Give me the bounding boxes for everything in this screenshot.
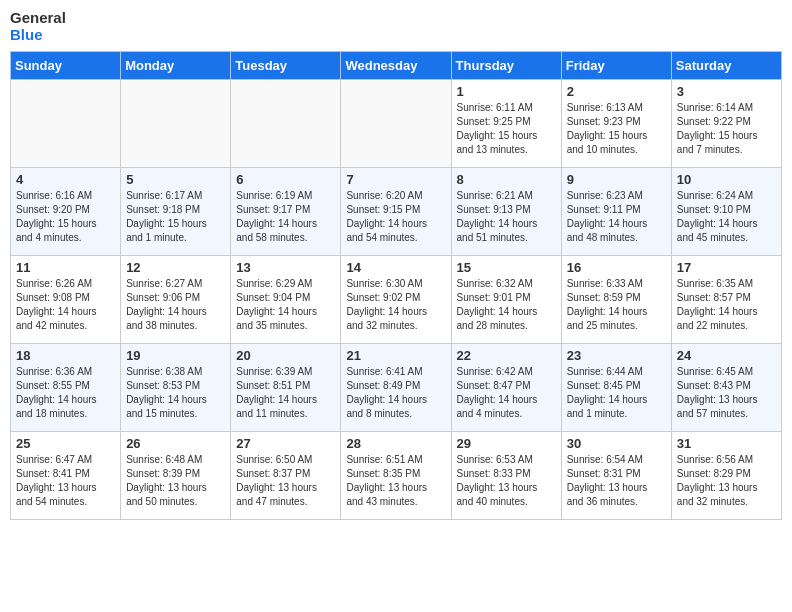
day-info: Sunrise: 6:51 AM Sunset: 8:35 PM Dayligh… [346, 453, 445, 509]
day-info: Sunrise: 6:20 AM Sunset: 9:15 PM Dayligh… [346, 189, 445, 245]
calendar-cell: 5Sunrise: 6:17 AM Sunset: 9:18 PM Daylig… [121, 168, 231, 256]
calendar-cell: 18Sunrise: 6:36 AM Sunset: 8:55 PM Dayli… [11, 344, 121, 432]
day-number: 15 [457, 260, 556, 275]
day-number: 25 [16, 436, 115, 451]
day-info: Sunrise: 6:29 AM Sunset: 9:04 PM Dayligh… [236, 277, 335, 333]
calendar-cell [231, 80, 341, 168]
calendar-cell: 30Sunrise: 6:54 AM Sunset: 8:31 PM Dayli… [561, 432, 671, 520]
day-number: 20 [236, 348, 335, 363]
calendar-cell: 28Sunrise: 6:51 AM Sunset: 8:35 PM Dayli… [341, 432, 451, 520]
day-number: 8 [457, 172, 556, 187]
page-header: General Blue [10, 10, 782, 43]
day-number: 6 [236, 172, 335, 187]
day-number: 26 [126, 436, 225, 451]
calendar-cell: 23Sunrise: 6:44 AM Sunset: 8:45 PM Dayli… [561, 344, 671, 432]
day-info: Sunrise: 6:36 AM Sunset: 8:55 PM Dayligh… [16, 365, 115, 421]
day-number: 16 [567, 260, 666, 275]
calendar-cell: 11Sunrise: 6:26 AM Sunset: 9:08 PM Dayli… [11, 256, 121, 344]
calendar-cell: 16Sunrise: 6:33 AM Sunset: 8:59 PM Dayli… [561, 256, 671, 344]
day-number: 12 [126, 260, 225, 275]
day-number: 7 [346, 172, 445, 187]
day-number: 14 [346, 260, 445, 275]
calendar-cell: 12Sunrise: 6:27 AM Sunset: 9:06 PM Dayli… [121, 256, 231, 344]
day-info: Sunrise: 6:19 AM Sunset: 9:17 PM Dayligh… [236, 189, 335, 245]
day-info: Sunrise: 6:21 AM Sunset: 9:13 PM Dayligh… [457, 189, 556, 245]
day-info: Sunrise: 6:53 AM Sunset: 8:33 PM Dayligh… [457, 453, 556, 509]
calendar-cell: 21Sunrise: 6:41 AM Sunset: 8:49 PM Dayli… [341, 344, 451, 432]
day-number: 13 [236, 260, 335, 275]
day-number: 5 [126, 172, 225, 187]
day-info: Sunrise: 6:14 AM Sunset: 9:22 PM Dayligh… [677, 101, 776, 157]
day-number: 1 [457, 84, 556, 99]
calendar-cell [121, 80, 231, 168]
day-number: 23 [567, 348, 666, 363]
day-number: 28 [346, 436, 445, 451]
calendar-table: SundayMondayTuesdayWednesdayThursdayFrid… [10, 51, 782, 520]
calendar-cell: 3Sunrise: 6:14 AM Sunset: 9:22 PM Daylig… [671, 80, 781, 168]
calendar-cell: 1Sunrise: 6:11 AM Sunset: 9:25 PM Daylig… [451, 80, 561, 168]
day-number: 11 [16, 260, 115, 275]
day-number: 3 [677, 84, 776, 99]
day-info: Sunrise: 6:54 AM Sunset: 8:31 PM Dayligh… [567, 453, 666, 509]
weekday-header: Saturday [671, 52, 781, 80]
day-info: Sunrise: 6:33 AM Sunset: 8:59 PM Dayligh… [567, 277, 666, 333]
day-info: Sunrise: 6:41 AM Sunset: 8:49 PM Dayligh… [346, 365, 445, 421]
day-number: 18 [16, 348, 115, 363]
calendar-cell: 4Sunrise: 6:16 AM Sunset: 9:20 PM Daylig… [11, 168, 121, 256]
day-number: 30 [567, 436, 666, 451]
calendar-cell: 9Sunrise: 6:23 AM Sunset: 9:11 PM Daylig… [561, 168, 671, 256]
calendar-cell: 13Sunrise: 6:29 AM Sunset: 9:04 PM Dayli… [231, 256, 341, 344]
calendar-cell: 24Sunrise: 6:45 AM Sunset: 8:43 PM Dayli… [671, 344, 781, 432]
day-number: 10 [677, 172, 776, 187]
day-info: Sunrise: 6:48 AM Sunset: 8:39 PM Dayligh… [126, 453, 225, 509]
day-number: 31 [677, 436, 776, 451]
calendar-cell: 14Sunrise: 6:30 AM Sunset: 9:02 PM Dayli… [341, 256, 451, 344]
weekday-header: Thursday [451, 52, 561, 80]
day-info: Sunrise: 6:39 AM Sunset: 8:51 PM Dayligh… [236, 365, 335, 421]
day-number: 24 [677, 348, 776, 363]
calendar-cell [341, 80, 451, 168]
logo: General Blue [10, 10, 66, 43]
calendar-cell: 20Sunrise: 6:39 AM Sunset: 8:51 PM Dayli… [231, 344, 341, 432]
day-info: Sunrise: 6:45 AM Sunset: 8:43 PM Dayligh… [677, 365, 776, 421]
weekday-header: Sunday [11, 52, 121, 80]
day-number: 9 [567, 172, 666, 187]
day-info: Sunrise: 6:17 AM Sunset: 9:18 PM Dayligh… [126, 189, 225, 245]
calendar-cell: 22Sunrise: 6:42 AM Sunset: 8:47 PM Dayli… [451, 344, 561, 432]
day-info: Sunrise: 6:23 AM Sunset: 9:11 PM Dayligh… [567, 189, 666, 245]
day-info: Sunrise: 6:47 AM Sunset: 8:41 PM Dayligh… [16, 453, 115, 509]
day-info: Sunrise: 6:16 AM Sunset: 9:20 PM Dayligh… [16, 189, 115, 245]
day-info: Sunrise: 6:11 AM Sunset: 9:25 PM Dayligh… [457, 101, 556, 157]
calendar-cell: 26Sunrise: 6:48 AM Sunset: 8:39 PM Dayli… [121, 432, 231, 520]
day-number: 4 [16, 172, 115, 187]
calendar-cell: 8Sunrise: 6:21 AM Sunset: 9:13 PM Daylig… [451, 168, 561, 256]
day-info: Sunrise: 6:26 AM Sunset: 9:08 PM Dayligh… [16, 277, 115, 333]
day-number: 22 [457, 348, 556, 363]
calendar-cell: 27Sunrise: 6:50 AM Sunset: 8:37 PM Dayli… [231, 432, 341, 520]
day-number: 21 [346, 348, 445, 363]
day-info: Sunrise: 6:35 AM Sunset: 8:57 PM Dayligh… [677, 277, 776, 333]
day-number: 19 [126, 348, 225, 363]
weekday-header: Monday [121, 52, 231, 80]
day-number: 17 [677, 260, 776, 275]
weekday-header: Friday [561, 52, 671, 80]
day-info: Sunrise: 6:30 AM Sunset: 9:02 PM Dayligh… [346, 277, 445, 333]
day-info: Sunrise: 6:27 AM Sunset: 9:06 PM Dayligh… [126, 277, 225, 333]
calendar-cell: 10Sunrise: 6:24 AM Sunset: 9:10 PM Dayli… [671, 168, 781, 256]
weekday-header: Wednesday [341, 52, 451, 80]
day-info: Sunrise: 6:24 AM Sunset: 9:10 PM Dayligh… [677, 189, 776, 245]
day-number: 2 [567, 84, 666, 99]
day-info: Sunrise: 6:50 AM Sunset: 8:37 PM Dayligh… [236, 453, 335, 509]
calendar-cell: 31Sunrise: 6:56 AM Sunset: 8:29 PM Dayli… [671, 432, 781, 520]
day-number: 29 [457, 436, 556, 451]
calendar-cell: 15Sunrise: 6:32 AM Sunset: 9:01 PM Dayli… [451, 256, 561, 344]
calendar-cell: 2Sunrise: 6:13 AM Sunset: 9:23 PM Daylig… [561, 80, 671, 168]
calendar-cell: 29Sunrise: 6:53 AM Sunset: 8:33 PM Dayli… [451, 432, 561, 520]
day-info: Sunrise: 6:32 AM Sunset: 9:01 PM Dayligh… [457, 277, 556, 333]
calendar-cell: 17Sunrise: 6:35 AM Sunset: 8:57 PM Dayli… [671, 256, 781, 344]
day-info: Sunrise: 6:56 AM Sunset: 8:29 PM Dayligh… [677, 453, 776, 509]
day-info: Sunrise: 6:38 AM Sunset: 8:53 PM Dayligh… [126, 365, 225, 421]
day-info: Sunrise: 6:44 AM Sunset: 8:45 PM Dayligh… [567, 365, 666, 421]
calendar-cell: 25Sunrise: 6:47 AM Sunset: 8:41 PM Dayli… [11, 432, 121, 520]
weekday-header: Tuesday [231, 52, 341, 80]
